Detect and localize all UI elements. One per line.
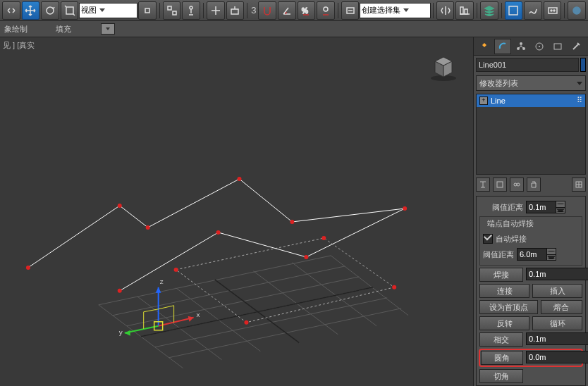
material-editor-button[interactable] — [544, 1, 562, 20]
display-tab[interactable] — [549, 39, 566, 54]
svg-rect-4 — [173, 11, 176, 15]
motion-tab[interactable] — [531, 39, 548, 54]
weld-spinner[interactable] — [526, 268, 588, 280]
svg-line-18 — [113, 266, 345, 316]
reverse-button[interactable]: 反转 — [479, 316, 529, 330]
cross-spinner[interactable] — [526, 332, 588, 345]
hierarchy-tab[interactable] — [513, 39, 529, 54]
dropdown-arrow-icon — [577, 82, 582, 85]
svg-line-17 — [99, 256, 331, 305]
threshold2-spinner[interactable] — [517, 248, 556, 261]
spinner-snap-button[interactable] — [317, 1, 335, 20]
connect-button[interactable]: 连接 — [479, 284, 529, 298]
svg-marker-48 — [188, 316, 194, 322]
select-move-button[interactable] — [22, 1, 40, 20]
dropdown-arrow-icon — [99, 8, 105, 12]
command-panel-tabs — [474, 37, 588, 56]
create-tab[interactable] — [476, 39, 493, 54]
expand-icon[interactable]: + — [479, 96, 488, 105]
svg-point-36 — [290, 220, 294, 224]
curve-editor-button[interactable] — [505, 1, 523, 20]
threshold2-label: 阈值距离 — [483, 249, 514, 260]
svg-line-52 — [159, 306, 174, 309]
link-button[interactable] — [2, 1, 20, 20]
threshold-spinner[interactable] — [526, 201, 565, 213]
svg-point-33 — [118, 204, 122, 208]
ribbon-tab-draw[interactable]: 象绘制 — [4, 24, 27, 35]
svg-point-8 — [324, 7, 328, 11]
snap-3d-button[interactable] — [226, 1, 245, 20]
svg-text:x: x — [197, 311, 200, 318]
snap-toggle-button[interactable] — [258, 1, 276, 20]
svg-line-21 — [155, 298, 388, 347]
svg-rect-11 — [465, 9, 467, 14]
insert-button[interactable]: 插入 — [532, 284, 582, 298]
svg-point-5 — [190, 6, 192, 9]
chamfer-button[interactable]: 切角 — [479, 369, 523, 383]
viewport[interactable]: 见 ] [真实 — [0, 37, 474, 386]
view-cube[interactable] — [428, 51, 459, 82]
angle-snap-button[interactable] — [278, 1, 296, 20]
percent-snap-button[interactable]: % — [298, 1, 316, 20]
ribbon-dropdown-icon[interactable] — [101, 23, 115, 35]
threshold2-input[interactable] — [517, 248, 547, 261]
manipulate-button[interactable] — [182, 1, 200, 20]
align-button[interactable] — [455, 1, 474, 20]
make-first-button[interactable]: 设为首顶点 — [479, 300, 538, 314]
svg-point-35 — [237, 177, 241, 181]
utilities-tab[interactable] — [568, 39, 584, 54]
show-end-result-button[interactable] — [493, 178, 507, 192]
svg-point-42 — [321, 236, 326, 240]
modify-tab[interactable] — [494, 39, 511, 54]
remove-modifier-button[interactable] — [527, 178, 541, 192]
ribbon-tab-fill[interactable]: 填充 — [56, 24, 71, 35]
fillet-spinner[interactable] — [526, 351, 588, 363]
schematic-button[interactable] — [524, 1, 542, 20]
svg-point-39 — [216, 230, 221, 235]
fuse-button[interactable]: 熔合 — [541, 300, 583, 314]
svg-text:y: y — [119, 328, 123, 336]
object-color-swatch[interactable] — [580, 58, 586, 72]
cross-section-button[interactable]: 相交 — [479, 332, 523, 347]
cycle-button[interactable]: 循环 — [532, 316, 582, 330]
stack-item-options-icon[interactable]: ⠿ — [577, 96, 582, 105]
object-name-input[interactable] — [476, 58, 579, 72]
mirror-button[interactable] — [436, 1, 455, 20]
layers-button[interactable] — [480, 1, 498, 20]
pin-stack-button[interactable] — [476, 178, 490, 192]
auto-weld-group-label: 端点自动焊接 — [486, 218, 535, 229]
use-pivot-button[interactable] — [138, 1, 157, 20]
configure-sets-button[interactable] — [572, 178, 586, 192]
render-setup-button[interactable] — [568, 1, 586, 20]
svg-point-71 — [514, 183, 517, 186]
auto-weld-checkbox[interactable] — [483, 234, 493, 244]
fillet-button[interactable]: 圆角 — [481, 351, 523, 365]
modifier-stack[interactable]: + Line ⠿ — [476, 94, 586, 175]
svg-point-16 — [573, 7, 580, 14]
named-sel-label: 创建选择集 — [362, 5, 400, 15]
snap-2d-button[interactable] — [207, 1, 225, 20]
svg-line-30 — [215, 280, 300, 343]
edit-named-sel-button[interactable] — [341, 1, 360, 20]
select-rotate-button[interactable] — [41, 1, 59, 20]
named-sel-dropdown[interactable]: 创建选择集 — [360, 3, 430, 18]
svg-rect-10 — [460, 7, 463, 14]
weld-button[interactable]: 焊接 — [479, 268, 523, 282]
auto-weld-group: 端点自动焊接 自动焊接 阈值距离 — [479, 216, 582, 266]
svg-rect-69 — [554, 44, 561, 49]
main-toolbar: 视图 3 % 创建选择集 — [0, 0, 588, 21]
ref-coord-dropdown[interactable]: 视图 — [79, 3, 137, 18]
cross-input[interactable] — [526, 332, 588, 345]
svg-rect-13 — [549, 8, 557, 13]
svg-rect-6 — [231, 9, 238, 14]
weld-input[interactable] — [526, 268, 588, 280]
stack-toolbar — [476, 178, 586, 192]
make-unique-button[interactable] — [510, 178, 524, 192]
threshold-input[interactable] — [526, 201, 556, 213]
svg-point-68 — [539, 46, 540, 47]
select-scale-button[interactable] — [61, 1, 79, 20]
fillet-input[interactable] — [526, 351, 588, 363]
modifier-list-dropdown[interactable]: 修改器列表 — [476, 75, 586, 91]
select-similar-button[interactable] — [163, 1, 181, 20]
stack-item-line[interactable]: + Line ⠿ — [477, 94, 585, 107]
